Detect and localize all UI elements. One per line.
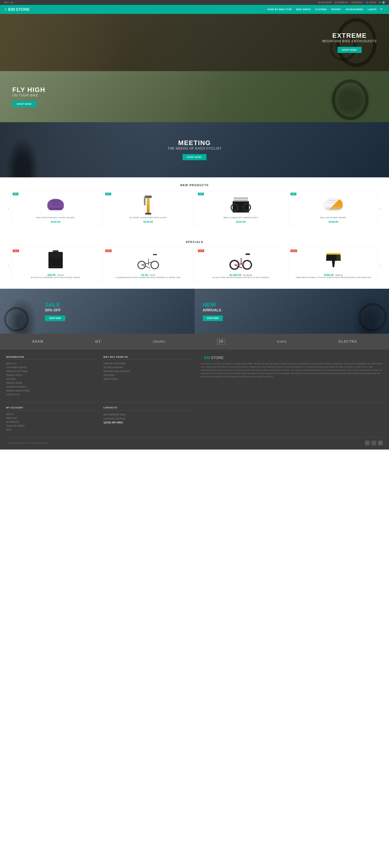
list-item: PRIVACY POLICY [6, 374, 97, 377]
product-name: TENN MENS 8 PANEL CYCLING SHORTS WITH PR… [291, 276, 376, 279]
checkout-link[interactable]: CHECKOUT [351, 1, 363, 4]
hero-extreme-title: EXTREME [322, 32, 377, 39]
brand-electra[interactable]: Electra [339, 340, 357, 343]
hero-extreme-content: EXTREME MOUNTAIN BIKE ENTHUSIASTS SHOP N… [310, 24, 389, 61]
footer-link[interactable]: SEARCH TERMS [6, 382, 22, 384]
brand-sram[interactable]: SRAM [32, 340, 43, 343]
logo[interactable]: ♀ EXISTORE [4, 7, 30, 12]
product-price: $156.00 [291, 220, 376, 223]
footer-link[interactable]: CONTACT US [6, 394, 19, 396]
my-wishlist-link[interactable]: MY WISHLIST [335, 1, 348, 4]
footer-why-buy-title: WHY BUY FROM US [103, 356, 194, 360]
product-card[interactable]: NEW BELL FRACTION MULTI-SPORT HELMET $13… [11, 191, 100, 226]
new-products-grid: ‹ NEW BELL FRACTION MULTI-SPORT HELMET $… [6, 191, 383, 226]
footer-link[interactable]: ADVANCED SEARCH [6, 386, 26, 388]
list-item: TRACK MY ORDER [6, 424, 97, 427]
footer-link[interactable]: SIGN IN [6, 413, 14, 415]
list-item: CONTACT US [6, 393, 97, 396]
footer-link[interactable]: MY WISHLIST [6, 421, 20, 423]
list-item: SEARCH TERMS [6, 381, 97, 384]
hero-meeting-title: MEETING [168, 140, 221, 147]
footer-link[interactable]: VIEW CART [6, 417, 18, 419]
list-item: GROUP SALES [103, 378, 194, 380]
list-item: ABOUT US [6, 362, 97, 365]
footer-link[interactable]: TEMPLATE SETTINGS [6, 370, 28, 372]
google-plus-icon[interactable]: g+ [378, 440, 383, 445]
hero-extreme-shop-btn[interactable]: SHOP NOW! [337, 47, 362, 53]
footer-link[interactable]: PRIVACY POLICY [6, 374, 23, 376]
specials-grid: ‹ SALE $40.0 [6, 248, 383, 283]
product-card[interactable]: NEW BELL SOLAR BIKE HELMET $156.00 [289, 191, 378, 226]
nav-lights[interactable]: LIGHTS [366, 7, 379, 12]
top-bar: EN ▾ $ ▾ MY ACCOUNT MY WISHLIST CHECKOUT… [0, 0, 389, 5]
logo-store: STORE [16, 7, 30, 12]
footer-link[interactable]: TRACK MY ORDER [6, 425, 25, 427]
top-bar-right: MY ACCOUNT MY WISHLIST CHECKOUT 👤 LOG IN… [318, 1, 385, 4]
list-item: TEMPLATE SETTINGS [6, 370, 97, 373]
product-image-area [198, 251, 283, 271]
brand-gt[interactable]: GT [95, 340, 101, 344]
language-selector[interactable]: EN ▾ [4, 1, 8, 4]
promo-arrivals-btn[interactable]: SHOP NOW! [203, 315, 223, 321]
list-item: SIGN IN [6, 413, 97, 415]
product-card[interactable]: NEW BV STEEL FLOOR PUMP WITH GAUGE $130.… [103, 191, 193, 226]
nav-pocket[interactable]: POCKET [329, 7, 343, 12]
footer-link[interactable]: ABOUT US [6, 363, 17, 365]
helmet-purple-icon [48, 199, 64, 210]
cart-icon-wrap[interactable]: 🛒 0 [379, 1, 385, 4]
login-link[interactable]: 👤 LOG IN [366, 1, 376, 4]
brand-giro[interactable]: GIRO [277, 340, 287, 343]
footer-link[interactable]: CUSTOMER SERVICE [6, 366, 27, 369]
footer-address: 8901 MARMORA ROAD, GLASGOW, GR8 RQ5R [103, 413, 194, 421]
product-image-area [13, 194, 98, 215]
list-item: VIEW CART [6, 416, 97, 420]
nav-shop-by-bike[interactable]: SHOP BY BIKE TYPE [266, 7, 294, 12]
search-icon[interactable]: 🔍 [379, 6, 385, 12]
footer-my-account-title: MY ACCOUNT [6, 406, 97, 410]
promo-sale-title-accent: SALE [45, 302, 60, 308]
product-card[interactable]: SALE $1,000 [196, 248, 286, 283]
top-bar-left: EN ▾ $ ▾ [4, 1, 13, 4]
hero-fly-title: FLY HIGH [12, 86, 46, 93]
footer-link[interactable]: INTERNATIONAL SHIPPING [103, 370, 130, 372]
hero-fly-shop-btn[interactable]: SHOP NOW! [12, 101, 36, 107]
currency-selector[interactable]: $ ▾ [11, 1, 13, 4]
footer-top: INFORMATION ABOUT US CUSTOMER SERVICE TE… [6, 356, 383, 397]
list-item: ORDERS AND RETURNS [6, 389, 97, 392]
list-item: HELP [6, 428, 97, 431]
twitter-icon[interactable]: t [371, 440, 376, 445]
product-badge: NEW [198, 193, 204, 195]
footer-link[interactable]: GROUP SALES [103, 378, 118, 380]
hero-meeting-shop-btn[interactable]: SHOP NOW! [183, 154, 207, 160]
promo-arrivals-content: NEW ARRIVALS SHOP NOW! [194, 296, 231, 327]
hero-banner-meeting: MEETING THE NEEDS OF EACH CYCLIST SHOP N… [0, 122, 389, 177]
product-card[interactable]: SALE $2.00 $2. [103, 248, 193, 283]
footer-link[interactable]: SITE MAP [6, 378, 16, 380]
footer-why-buy-links: SHIPPING & RETURNS SECURE SHOPPING INTER… [103, 362, 194, 380]
nav-clothes[interactable]: CLOTHES [313, 7, 329, 12]
footer-link[interactable]: SECURE SHOPPING [103, 366, 123, 369]
footer-link[interactable]: ORDERS AND RETURNS [6, 390, 30, 392]
new-products-next-arrow[interactable]: › [378, 206, 383, 211]
promo-new-arrivals-banner: NEW ARRIVALS SHOP NOW! [194, 289, 389, 334]
my-account-link[interactable]: MY ACCOUNT [318, 1, 332, 4]
product-card[interactable]: SALE $40.00 $75.00 [11, 248, 100, 283]
user-icon: 👤 [366, 1, 368, 4]
product-card[interactable]: NEW IBERA COMMUTER CARRIER IB-RA7 $125.0 [196, 191, 286, 226]
nav-bike-parts[interactable]: BIKE PARTS [294, 7, 313, 12]
footer-link[interactable]: SHIPPING & RETURNS [103, 363, 125, 365]
new-products-prev-arrow[interactable]: ‹ [6, 206, 11, 211]
footer-link[interactable]: AFFILIATES [103, 374, 115, 376]
nav-accessories[interactable]: ACCESSORIES [343, 7, 365, 12]
product-image-area [291, 194, 376, 215]
specials-next-arrow[interactable]: › [378, 263, 383, 268]
brand-guru[interactable]: //GURU [153, 340, 165, 343]
specials-prev-arrow[interactable]: ‹ [6, 263, 11, 268]
promo-sale-btn[interactable]: SHOP NOW! [45, 315, 65, 321]
product-price: $160.00 $330.00 [291, 273, 376, 276]
product-card[interactable]: SALE $160.00 $330.00 TENN MENS 8 PANEL C… [289, 248, 378, 283]
footer-link[interactable]: HELP [6, 429, 11, 431]
facebook-icon[interactable]: f [365, 440, 370, 445]
social-icons: f t g+ [365, 440, 383, 445]
brand-2r[interactable]: 2R [217, 339, 225, 344]
